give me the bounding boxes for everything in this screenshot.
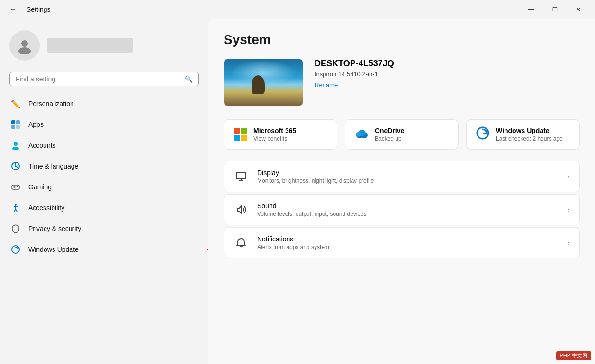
personalization-icon: ✏️ <box>10 98 21 109</box>
back-button[interactable]: ← <box>6 2 21 17</box>
svg-point-7 <box>12 147 19 150</box>
time-language-icon <box>10 161 21 171</box>
sidebar-item-accounts[interactable]: Accounts <box>4 135 205 155</box>
rename-link[interactable]: Rename <box>315 81 338 89</box>
sidebar-item-label: Gaming <box>28 183 52 191</box>
onedrive-subtitle: Backed up <box>375 135 404 142</box>
sidebar-item-windows-update[interactable]: Windows Update <box>4 240 205 259</box>
sidebar-item-gaming[interactable]: Gaming <box>4 177 205 197</box>
user-profile[interactable] <box>0 27 208 70</box>
sidebar-item-label: Windows Update <box>28 246 79 253</box>
notifications-text: Notifications Alerts from apps and syste… <box>257 235 559 250</box>
windows-update-ql-title: Windows Update <box>496 127 563 134</box>
minimize-button[interactable]: — <box>520 2 542 17</box>
svg-point-1 <box>18 47 31 54</box>
svg-line-20 <box>16 209 17 212</box>
sidebar: 🔍 ✏️ Personalization Apps <box>0 19 208 364</box>
onedrive-title: OneDrive <box>375 127 404 134</box>
microsoft365-text: Microsoft 365 View benefits <box>253 127 296 142</box>
microsoft365-subtitle: View benefits <box>253 135 296 142</box>
svg-rect-3 <box>16 120 20 124</box>
microsoft365-title: Microsoft 365 <box>253 127 296 134</box>
svg-point-0 <box>21 40 28 47</box>
device-name: DESKTOP-4L537JQ <box>315 59 394 69</box>
sidebar-item-personalization[interactable]: ✏️ Personalization <box>4 94 205 114</box>
onedrive-text: OneDrive Backed up <box>375 127 404 142</box>
app-container: 🔍 ✏️ Personalization Apps <box>0 19 595 364</box>
svg-marker-31 <box>237 206 242 213</box>
sound-icon <box>234 202 249 217</box>
red-arrow-annotation <box>205 244 208 255</box>
setting-notifications[interactable]: Notifications Alerts from apps and syste… <box>224 227 580 258</box>
display-subtitle: Monitors, brightness, night light, displ… <box>257 178 559 184</box>
device-model: Inspiron 14 5410 2-in-1 <box>315 71 394 78</box>
sound-chevron: › <box>568 206 570 213</box>
notifications-title: Notifications <box>257 235 559 243</box>
sound-subtitle: Volume levels, output, input, sound devi… <box>257 211 559 217</box>
svg-point-6 <box>14 142 18 146</box>
setting-display[interactable]: Display Monitors, brightness, night ligh… <box>224 161 580 192</box>
windows-update-ql-subtitle: Last checked: 2 hours ago <box>496 135 563 142</box>
svg-rect-4 <box>11 125 15 129</box>
sidebar-item-privacy-security[interactable]: Privacy & security <box>4 219 205 239</box>
quick-link-windows-update[interactable]: Windows Update Last checked: 2 hours ago <box>466 119 580 150</box>
username-bar <box>47 38 133 53</box>
sound-text: Sound Volume levels, output, input, soun… <box>257 202 559 217</box>
windows-update-ql-icon <box>476 126 489 142</box>
svg-rect-11 <box>12 185 19 189</box>
microsoft365-icon <box>234 128 247 141</box>
svg-line-10 <box>16 166 18 167</box>
nav-list: ✏️ Personalization Apps <box>0 94 208 356</box>
app-title: Settings <box>27 6 51 13</box>
sound-title: Sound <box>257 202 559 210</box>
svg-point-14 <box>17 186 18 187</box>
window-controls: — ❐ ✕ <box>520 2 589 17</box>
titlebar: ← Settings — ❐ ✕ <box>0 0 595 19</box>
close-button[interactable]: ✕ <box>568 2 589 17</box>
sidebar-item-label: Apps <box>28 121 44 128</box>
notifications-icon <box>234 235 249 250</box>
search-box[interactable]: 🔍 <box>9 72 199 86</box>
avatar <box>9 30 40 61</box>
svg-rect-2 <box>11 120 15 124</box>
quick-links: Microsoft 365 View benefits OneDrive B <box>224 119 580 150</box>
page-title: System <box>224 32 580 47</box>
display-title: Display <box>257 169 559 177</box>
titlebar-left: ← Settings <box>6 2 51 17</box>
svg-rect-28 <box>236 172 246 179</box>
svg-point-26 <box>356 132 361 137</box>
quick-link-onedrive[interactable]: OneDrive Backed up <box>345 119 459 150</box>
accounts-icon <box>10 140 21 151</box>
settings-list: Display Monitors, brightness, night ligh… <box>224 161 580 258</box>
sidebar-item-time-language[interactable]: Time & language <box>4 156 205 176</box>
display-text: Display Monitors, brightness, night ligh… <box>257 169 559 184</box>
device-info: DESKTOP-4L537JQ Inspiron 14 5410 2-in-1 … <box>315 59 394 89</box>
sidebar-item-accessibility[interactable]: Accessibility <box>4 198 205 218</box>
notifications-chevron: › <box>568 239 570 247</box>
onedrive-icon <box>355 128 368 141</box>
quick-link-microsoft365[interactable]: Microsoft 365 View benefits <box>224 119 337 150</box>
maximize-button[interactable]: ❐ <box>544 2 566 17</box>
notifications-subtitle: Alerts from apps and system <box>257 244 559 250</box>
accessibility-icon <box>10 203 21 213</box>
privacy-security-icon <box>10 223 21 234</box>
sidebar-item-label: Personalization <box>28 100 74 107</box>
main-content: System DESKTOP-4L537JQ Inspiron 14 5410 … <box>208 19 595 364</box>
sidebar-item-label: Accessibility <box>28 204 64 212</box>
setting-sound[interactable]: Sound Volume levels, output, input, soun… <box>224 194 580 225</box>
windows-update-icon <box>10 244 21 255</box>
gaming-icon <box>10 182 21 192</box>
search-icon: 🔍 <box>185 75 193 83</box>
watermark: PHP 中文网 <box>556 351 591 360</box>
windows-update-ql-text: Windows Update Last checked: 2 hours ago <box>496 127 563 142</box>
svg-point-16 <box>15 204 17 205</box>
sidebar-item-label: Accounts <box>28 142 56 149</box>
search-input[interactable] <box>16 75 181 83</box>
device-image <box>224 59 303 106</box>
sidebar-item-label: Time & language <box>28 162 78 170</box>
apps-icon <box>10 119 21 130</box>
sidebar-item-apps[interactable]: Apps <box>4 115 205 134</box>
device-card: DESKTOP-4L537JQ Inspiron 14 5410 2-in-1 … <box>224 59 580 106</box>
display-icon <box>234 169 249 184</box>
sidebar-item-label: Privacy & security <box>28 225 81 232</box>
